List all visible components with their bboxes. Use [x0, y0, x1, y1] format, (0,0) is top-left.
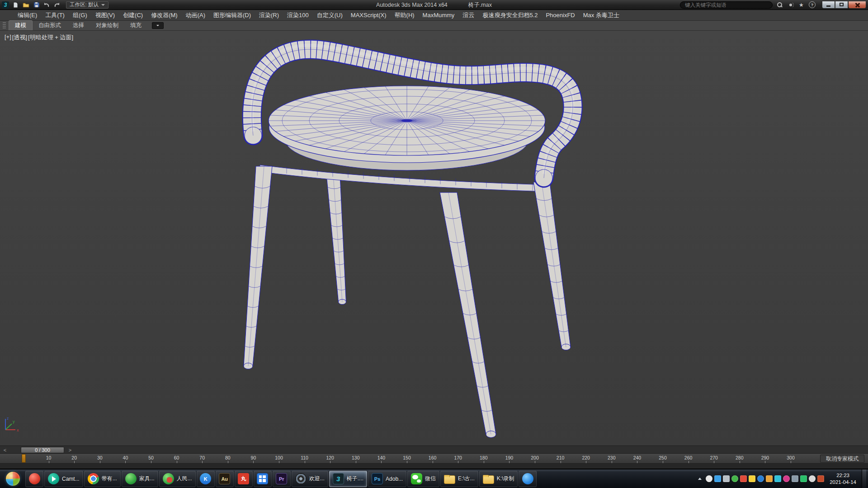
trackbar-tick-label: 130: [349, 455, 363, 460]
menu-item-13[interactable]: 帮助(H): [391, 10, 419, 21]
k-app-icon: K: [200, 473, 211, 484]
ribbon-grip[interactable]: [3, 22, 6, 28]
trackbar-tick-mark: [714, 461, 714, 463]
help-icon[interactable]: [808, 1, 816, 9]
taskbar-app-premiere[interactable]: Pr: [273, 471, 291, 487]
tray-icon-14[interactable]: [817, 475, 824, 482]
tray-icon-10[interactable]: [783, 475, 790, 482]
taskbar-app-k-app[interactable]: K: [197, 471, 215, 487]
communication-center-icon[interactable]: [787, 1, 794, 9]
trackbar-tick-mark: [765, 461, 765, 463]
favorites-star-icon[interactable]: [797, 1, 805, 9]
welcome-label: 欢迎...: [309, 475, 325, 483]
menu-item-7[interactable]: 动画(A): [182, 10, 209, 21]
app-logo-icon[interactable]: [2, 1, 9, 9]
maximize-button[interactable]: [835, 1, 848, 9]
menu-item-1[interactable]: 编辑(E): [14, 10, 41, 21]
tray-icon-3[interactable]: [723, 475, 730, 482]
taskbar-app-camtasia[interactable]: Camt...: [44, 471, 83, 487]
ribbon-tab-5[interactable]: 填充: [124, 21, 147, 30]
camtasia-icon: [48, 473, 59, 484]
taskbar-app-wan-app[interactable]: 丸: [235, 471, 253, 487]
menu-item-8[interactable]: 图形编辑器(D): [209, 10, 255, 21]
previous-frame-button[interactable]: <: [2, 446, 8, 454]
menu-item-5[interactable]: 创建(C): [119, 10, 147, 21]
viewport-menu-view[interactable]: [透视]: [12, 33, 27, 42]
time-slider-handle[interactable]: 0 / 300: [21, 447, 64, 453]
tray-icon-9[interactable]: [774, 475, 781, 482]
menu-item-6[interactable]: 修改器(M): [147, 10, 182, 21]
trackbar-ruler[interactable]: 1020304050607080901001101201301401501601…: [0, 454, 814, 463]
track-bar[interactable]: 1020304050607080901001101201301401501601…: [0, 454, 868, 464]
time-slider-track[interactable]: < 0 / 300 >: [0, 446, 868, 454]
tray-icon-8[interactable]: [766, 475, 773, 482]
taskbar-app-welcome[interactable]: 欢迎...: [292, 471, 328, 487]
taskbar-app-audition[interactable]: Au: [216, 471, 234, 487]
ribbon-tab-1[interactable]: 建模: [9, 20, 33, 30]
title-bar: 工作区: 默认 Autodesk 3ds Max 2014 x64 椅子.max: [0, 0, 868, 10]
ribbon-tab-2[interactable]: 自由形式: [33, 21, 67, 30]
viewport-menu-shading[interactable]: [明暗处理 + 边面]: [28, 33, 73, 42]
trackbar-tick-label: 120: [323, 455, 337, 460]
tray-overflow-button[interactable]: [696, 474, 704, 483]
search-icon[interactable]: [776, 1, 783, 9]
browser-renmin-label: 人民...: [177, 475, 192, 483]
taskbar-app-chrome[interactable]: 带有...: [84, 471, 121, 487]
stool-model[interactable]: [0, 31, 868, 446]
taskbar-app-folder-k[interactable]: K:\录制: [479, 471, 518, 487]
ribbon-tab-3[interactable]: 选择: [67, 21, 90, 30]
undo-icon[interactable]: [42, 1, 51, 9]
menu-item-16[interactable]: 极速瘦身安全归档5.2: [478, 10, 542, 21]
redo-icon[interactable]: [53, 1, 61, 9]
tray-icon-5[interactable]: [740, 475, 747, 482]
show-desktop-button[interactable]: [862, 469, 866, 488]
taskbar-app-browser-renmin[interactable]: 人民...: [159, 471, 196, 487]
taskbar-clock[interactable]: 22:23 2021-04-14: [826, 472, 860, 486]
taskbar-app-blue-app[interactable]: [519, 471, 537, 487]
taskbar-app-recorder[interactable]: [25, 471, 43, 487]
open-file-icon[interactable]: [22, 1, 30, 9]
tray-icon-1[interactable]: [706, 475, 712, 482]
menu-item-2[interactable]: 工具(T): [41, 10, 69, 21]
start-button[interactable]: [1, 469, 24, 488]
menu-item-11[interactable]: 自定义(U): [313, 10, 347, 21]
trackbar-tick-mark: [791, 461, 791, 463]
tray-icon-4[interactable]: [731, 475, 738, 482]
menu-item-3[interactable]: 组(G): [69, 10, 91, 21]
menu-item-14[interactable]: MaxMummy: [419, 10, 459, 21]
menu-item-18[interactable]: Max 杀毒卫士: [579, 10, 623, 21]
taskbar-app-folder-e[interactable]: E:\古...: [440, 471, 478, 487]
taskbar-app-max-chair[interactable]: 3椅子....: [329, 471, 367, 487]
next-frame-button[interactable]: >: [67, 446, 73, 454]
ribbon-tab-4[interactable]: 对象绘制: [90, 21, 124, 30]
tray-icon-12[interactable]: [800, 475, 807, 482]
viewport-menu-general[interactable]: [+]: [5, 33, 11, 42]
taskbar-app-photoshop[interactable]: PsAdob...: [368, 471, 406, 487]
taskbar-app-tiles-app[interactable]: [254, 471, 272, 487]
wechat-label: 微信: [425, 475, 436, 483]
infocenter-search-input[interactable]: [680, 1, 773, 9]
tray-icon-2[interactable]: [714, 475, 721, 482]
blue-app-icon: [522, 473, 533, 484]
tray-icon-13[interactable]: [809, 475, 816, 482]
menu-item-17[interactable]: PhoenixFD: [542, 10, 579, 21]
tray-icon-7[interactable]: [757, 475, 764, 482]
taskbar-app-wechat[interactable]: 微信: [407, 471, 439, 487]
menu-item-4[interactable]: 视图(V): [91, 10, 119, 21]
tray-icon-6[interactable]: [749, 475, 755, 482]
new-scene-icon[interactable]: [11, 1, 19, 9]
menu-item-9[interactable]: 渲染(R): [255, 10, 283, 21]
save-file-icon[interactable]: [32, 1, 40, 9]
tray-icon-11[interactable]: [792, 475, 798, 482]
cancel-expert-mode-button[interactable]: 取消专家模式: [820, 455, 864, 463]
perspective-viewport[interactable]: [+] [透视] [明暗处理 + 边面] x y z: [0, 31, 868, 446]
ribbon-tabs: 建模自由形式选择对象绘制填充: [9, 20, 147, 30]
menu-item-15[interactable]: 渲云: [458, 10, 478, 21]
workspace-selector[interactable]: 工作区: 默认: [66, 1, 108, 9]
menu-item-12[interactable]: MAXScript(X): [347, 10, 391, 21]
close-button[interactable]: [848, 1, 866, 9]
ribbon-options-icon[interactable]: [152, 22, 164, 29]
minimize-button[interactable]: [822, 1, 835, 9]
taskbar-app-browser-jiaju[interactable]: 家具...: [122, 471, 158, 487]
menu-item-10[interactable]: 渲染100: [283, 10, 313, 21]
